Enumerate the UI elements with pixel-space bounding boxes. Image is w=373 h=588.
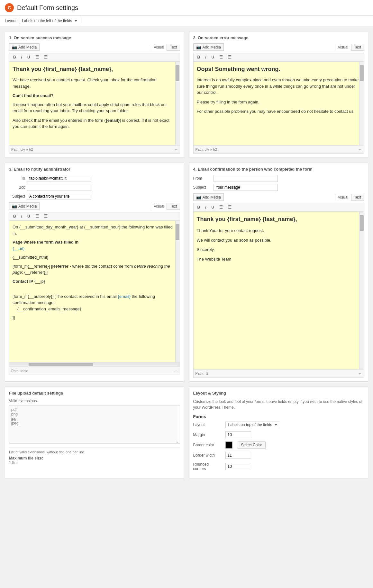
section4-content[interactable]: Thank you {first_name} {last_name}, Than… [194,212,364,369]
section2-list-ordered-button[interactable]: ☰ [226,54,233,60]
section3-resize[interactable]: ⌢ [174,368,178,374]
media-icon: 📷 [12,45,17,49]
section3-bcc-row: Bcc [9,184,180,191]
styling-border-width-input[interactable] [225,452,251,459]
section1-editor-area[interactable]: Thank you {first_name} {last_name}, We h… [9,61,180,146]
extensions-textarea-wrapper: pdf png jpg jpeg ⌄ [9,405,180,445]
section3-scrollbar[interactable] [175,221,180,362]
section2-text-tab[interactable]: Text [351,44,364,51]
italic-button[interactable]: I [19,54,24,60]
section4-from-input[interactable] [214,175,278,182]
section-5-file-upload: File upload default settings Valid exten… [5,387,184,478]
section2-add-media-button[interactable]: 📷 Add Media [193,43,224,51]
styling-border-width-row: Border width [193,452,364,459]
section3-horizontal-scroll[interactable] [9,362,180,367]
section3-list-ordered-button[interactable]: ☰ [42,213,50,219]
section2-underline-button[interactable]: U [210,54,216,60]
section4-list-unordered-button[interactable]: ☰ [217,204,225,210]
section2-visual-tab[interactable]: Visual [335,44,351,51]
styling-margin-label: Margin [193,432,222,437]
section2-format-bar: B I U ☰ ☰ [193,53,364,61]
select-color-button[interactable]: Select Color [238,441,266,449]
section3-italic-button[interactable]: I [19,213,24,219]
section3-add-media-button[interactable]: 📷 Add Media [9,202,40,210]
section-1-title: 1. On-screen success message [9,35,180,40]
section4-resize[interactable]: ⌢ [358,370,362,376]
layout-dropdown-arrow [75,20,77,22]
section4-path-bar: Path: h2 ⌢ [193,370,364,378]
color-swatch [225,441,232,449]
section-4-email-confirmation: 4. Email confirmation to the person who … [189,163,368,382]
section3-text-tab[interactable]: Text [167,203,180,210]
section4-list-ordered-button[interactable]: ☰ [226,204,233,210]
section2-content[interactable]: Oops! Something went wrong. Internet is … [194,62,364,145]
section4-bold-button[interactable]: B [196,204,202,210]
styling-border-color-row: Border color Select Color [193,441,364,449]
list-ordered-button[interactable]: ☰ [42,54,50,60]
layout-dropdown[interactable]: Labels on the left of the fields [19,18,80,24]
styling-rounded-input[interactable] [225,463,251,470]
styling-layout-option: Labels on top of the fields [228,423,272,427]
section4-add-media-button[interactable]: 📷 Add Media [193,193,224,201]
section3-editor-area[interactable]: On {__submitted_day_month_year} at {__su… [9,220,180,362]
section2-resize[interactable]: ⌢ [358,147,362,152]
section2-list-unordered-button[interactable]: ☰ [217,54,225,60]
underline-button[interactable]: U [25,54,32,60]
section4-visual-tab[interactable]: Visual [335,194,351,201]
section2-scrollbar[interactable] [359,62,364,145]
section3-bold-button[interactable]: B [11,213,18,219]
section1-content[interactable]: Thank you {first_name} {last_name}, We h… [9,62,180,145]
max-file-size-value: 1.5m [9,460,180,465]
section4-editor-area[interactable]: Thank you {first_name} {last_name}, Than… [193,211,364,370]
extensions-textarea[interactable]: pdf png jpg jpeg [9,405,180,444]
section3-to-row: To [9,175,180,182]
section3-visual-tab[interactable]: Visual [151,203,167,210]
section3-bcc-label: Bcc [9,185,25,190]
section2-editor-area[interactable]: Oops! Something went wrong. Internet is … [193,61,364,146]
styling-rounded-row: Rounded corners [193,462,364,471]
section4-scrollbar[interactable] [359,212,364,369]
styling-margin-row: Margin [193,431,364,438]
page-header: C Default Form settings Layout Labels on… [0,0,373,26]
section3-underline-button[interactable]: U [25,213,32,219]
styling-layout-dropdown[interactable]: Labels on top of the fields [225,422,280,428]
section-1-on-screen-success: 1. On-screen success message 📷 Add Media… [5,31,184,158]
layout-bar-label: Layout [5,19,16,23]
section3-to-label: To [9,176,25,181]
extensions-note: List of valid extensions, without dot, o… [9,447,180,454]
layout-bar: Layout Labels on the left of the fields [0,16,373,26]
section3-subject-label: Subject [9,194,25,199]
section4-subject-input[interactable] [214,184,278,191]
section4-subject-label: Subject [193,185,211,190]
section3-bcc-input[interactable] [27,184,91,191]
section3-content[interactable]: On {__submitted_day_month_year} at {__su… [9,221,180,362]
valid-extensions-label: Valid extensions [9,399,180,403]
list-unordered-button[interactable]: ☰ [33,54,41,60]
section4-editor-outer: Thank you {first_name} {last_name}, Than… [193,211,364,370]
section-2-title: 2. On-screen error message [193,35,364,40]
section1-editor-outer: Thank you {first_name} {last_name}, We h… [9,61,180,146]
section2-bold-button[interactable]: B [196,54,202,60]
section4-text-tab[interactable]: Text [351,194,364,201]
section4-underline-button[interactable]: U [210,204,216,210]
layout-selected: Labels on the left of the fields [22,19,72,23]
styling-border-width-label: Border width [193,453,222,458]
section3-path-bar: Path: table ⌢ [9,367,180,375]
section1-resize[interactable]: ⌢ [174,147,178,152]
section3-to-input[interactable] [27,175,91,182]
bold-button[interactable]: B [11,54,18,60]
section1-text-tab[interactable]: Text [167,44,180,51]
styling-margin-input[interactable] [225,431,251,438]
section4-format-bar: B I U ☰ ☰ [193,203,364,211]
section1-add-media-button[interactable]: 📷 Add Media [9,43,40,51]
section4-italic-button[interactable]: I [203,204,208,210]
section1-visual-tab[interactable]: Visual [151,44,167,51]
section2-italic-button[interactable]: I [203,54,208,60]
styling-layout-row: Layout Labels on top of the fields [193,422,364,428]
media-icon-4: 📷 [196,195,201,200]
section-6-layout-styling: Layout & Styling Customize the look and … [189,387,368,478]
textarea-resize-handle[interactable]: ⌄ [175,439,179,444]
section3-list-unordered-button[interactable]: ☰ [33,213,41,219]
section3-subject-input[interactable] [27,193,91,200]
section1-scrollbar[interactable] [175,62,180,145]
